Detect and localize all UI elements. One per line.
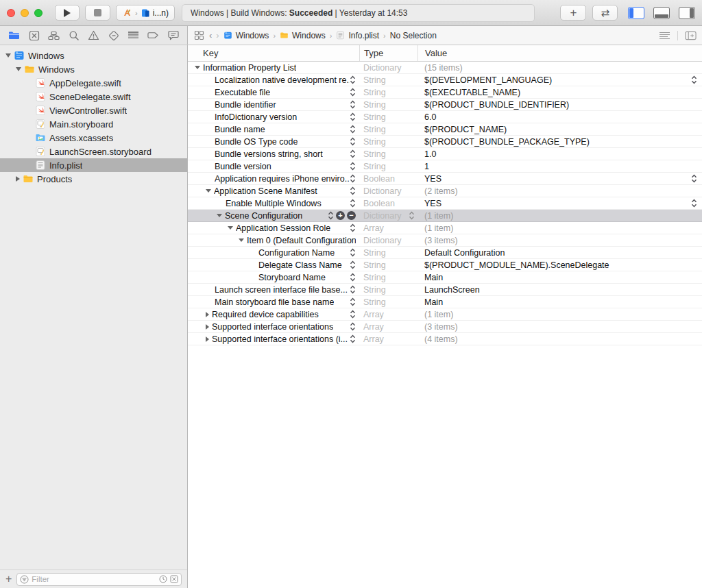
disclosure-open-icon[interactable] bbox=[228, 226, 233, 230]
key-stepper[interactable] bbox=[350, 88, 356, 97]
toggle-inspector-panel-button[interactable] bbox=[679, 7, 695, 19]
toggle-debug-panel-button[interactable] bbox=[653, 7, 670, 19]
key-stepper[interactable] bbox=[350, 75, 356, 84]
sidebar-item-main-storyboard[interactable]: Main.storyboard bbox=[0, 117, 187, 131]
issue-navigator-icon[interactable] bbox=[88, 29, 99, 41]
sidebar-item-scenedelegate-swift[interactable]: SceneDelegate.swift bbox=[0, 90, 187, 103]
key-stepper[interactable] bbox=[350, 273, 356, 282]
find-icon[interactable] bbox=[68, 29, 80, 41]
add-row-button[interactable]: + bbox=[336, 211, 345, 220]
plist-row[interactable]: Item 0 (Default Configuration)Dictionary… bbox=[188, 234, 702, 247]
plist-row[interactable]: Bundle OS Type codeString$(PRODUCT_BUNDL… bbox=[188, 136, 702, 148]
project-navigator-icon[interactable] bbox=[8, 29, 20, 41]
plist-row[interactable]: Bundle identifierString$(PRODUCT_BUNDLE_… bbox=[188, 99, 702, 111]
key-stepper[interactable] bbox=[350, 100, 356, 109]
key-stepper[interactable] bbox=[350, 199, 356, 208]
key-stepper[interactable] bbox=[350, 248, 356, 257]
plist-row[interactable]: Scene Configuration+−Dictionary(1 item) bbox=[188, 210, 702, 222]
add-button[interactable]: + bbox=[560, 5, 586, 21]
run-button[interactable] bbox=[55, 5, 80, 21]
plist-row[interactable]: Bundle versions string, shortString1.0 bbox=[188, 148, 702, 160]
value-stepper[interactable] bbox=[691, 75, 702, 84]
swap-editor-button[interactable]: ⇄ bbox=[592, 5, 618, 21]
sidebar-item-info-plist[interactable]: Info.plist bbox=[0, 158, 187, 172]
symbol-navigator-icon[interactable] bbox=[48, 29, 60, 41]
debug-navigator-icon[interactable] bbox=[128, 29, 139, 41]
zoom-window-button[interactable] bbox=[34, 9, 43, 17]
key-stepper[interactable] bbox=[350, 137, 356, 146]
plist-row[interactable]: Application Session RoleArray(1 item) bbox=[188, 222, 702, 234]
disclosure-closed-icon[interactable] bbox=[206, 312, 209, 317]
key-stepper[interactable] bbox=[350, 174, 356, 183]
test-navigator-icon[interactable] bbox=[108, 29, 119, 41]
plist-row[interactable]: Storyboard NameStringMain bbox=[188, 271, 702, 284]
breadcrumb-item[interactable]: Info.plist bbox=[336, 31, 379, 40]
clear-filter-icon[interactable] bbox=[170, 575, 178, 583]
disclosure-closed-icon[interactable] bbox=[206, 336, 209, 342]
sidebar-item-viewcontroller-swift[interactable]: ViewController.swift bbox=[0, 103, 187, 117]
value-stepper[interactable] bbox=[691, 199, 702, 208]
key-stepper[interactable] bbox=[350, 223, 356, 232]
stop-button[interactable] bbox=[85, 5, 110, 21]
disclosure-open-icon[interactable] bbox=[206, 189, 211, 193]
report-navigator-icon[interactable] bbox=[167, 29, 179, 41]
filter-field[interactable] bbox=[16, 573, 182, 586]
remove-row-button[interactable]: − bbox=[347, 211, 356, 220]
type-stepper[interactable] bbox=[409, 211, 417, 220]
source-control-icon[interactable] bbox=[28, 29, 40, 41]
toggle-navigator-panel-button[interactable] bbox=[628, 7, 644, 19]
disclosure-open-icon[interactable] bbox=[16, 67, 21, 71]
key-stepper[interactable] bbox=[350, 112, 356, 121]
plist-row[interactable]: Application Scene ManifestDictionary(2 i… bbox=[188, 185, 702, 197]
plist-row[interactable]: Enable Multiple WindowsBooleanYES bbox=[188, 197, 702, 210]
plist-row[interactable]: InfoDictionary versionString6.0 bbox=[188, 111, 702, 123]
sidebar-item-launchscreen-storyboard[interactable]: LaunchScreen.storyboard bbox=[0, 145, 187, 158]
sidebar-item-products[interactable]: Products bbox=[0, 172, 187, 186]
plist-row[interactable]: Bundle nameString$(PRODUCT_NAME) bbox=[188, 123, 702, 136]
key-stepper[interactable] bbox=[350, 186, 356, 195]
plist-row[interactable]: Supported interface orientationsArray(3 … bbox=[188, 321, 702, 333]
key-stepper[interactable] bbox=[350, 125, 356, 134]
column-header-value[interactable]: Value bbox=[417, 45, 702, 61]
key-stepper[interactable] bbox=[350, 260, 356, 269]
sidebar-item-windows[interactable]: Windows bbox=[0, 49, 187, 62]
forward-chevron-icon[interactable]: › bbox=[216, 30, 219, 40]
key-stepper[interactable] bbox=[328, 211, 334, 220]
plist-row[interactable]: Bundle versionString1 bbox=[188, 160, 702, 173]
plist-row[interactable]: Launch screen interface file base...Stri… bbox=[188, 284, 702, 296]
back-chevron-icon[interactable]: ‹ bbox=[209, 30, 212, 40]
adjust-editor-icon[interactable] bbox=[659, 29, 670, 41]
plist-row[interactable]: Supported interface orientations (i...Ar… bbox=[188, 333, 702, 345]
breadcrumb-item[interactable]: No Selection bbox=[390, 31, 437, 40]
scheme-selector[interactable]: › i...n) bbox=[116, 5, 175, 21]
filter-input[interactable] bbox=[32, 575, 156, 583]
disclosure-closed-icon[interactable] bbox=[16, 176, 20, 182]
plist-row[interactable]: Main storyboard file base nameStringMain bbox=[188, 296, 702, 308]
key-stepper[interactable] bbox=[350, 297, 356, 306]
disclosure-open-icon[interactable] bbox=[217, 214, 222, 217]
minimize-window-button[interactable] bbox=[21, 9, 29, 17]
breadcrumb-item[interactable]: Windows bbox=[280, 31, 326, 40]
plist-row[interactable]: Configuration NameStringDefault Configur… bbox=[188, 247, 702, 259]
plist-row[interactable]: Application requires iPhone enviro...Boo… bbox=[188, 173, 702, 185]
close-window-button[interactable] bbox=[7, 9, 15, 17]
key-stepper[interactable] bbox=[350, 322, 356, 331]
disclosure-open-icon[interactable] bbox=[5, 53, 11, 58]
breadcrumb-item[interactable]: Windows bbox=[223, 31, 269, 40]
add-editor-icon[interactable] bbox=[685, 29, 697, 41]
key-stepper[interactable] bbox=[350, 310, 356, 319]
value-stepper[interactable] bbox=[691, 174, 702, 183]
sidebar-item-windows[interactable]: Windows bbox=[0, 62, 187, 76]
key-stepper[interactable] bbox=[350, 149, 356, 158]
plist-row[interactable]: Delegate Class NameString$(PRODUCT_MODUL… bbox=[188, 259, 702, 271]
column-header-key[interactable]: Key bbox=[188, 45, 359, 61]
plist-row[interactable]: Information Property ListDictionary(15 i… bbox=[188, 62, 702, 74]
disclosure-open-icon[interactable] bbox=[195, 66, 200, 69]
key-stepper[interactable] bbox=[350, 285, 356, 294]
sidebar-item-assets-xcassets[interactable]: Assets.xcassets bbox=[0, 131, 187, 145]
recents-clock-icon[interactable] bbox=[159, 575, 167, 583]
sidebar-item-appdelegate-swift[interactable]: AppDelegate.swift bbox=[0, 76, 187, 90]
breakpoint-navigator-icon[interactable] bbox=[147, 29, 159, 41]
plist-row[interactable]: Localization native development re...Str… bbox=[188, 74, 702, 86]
key-stepper[interactable] bbox=[350, 162, 356, 171]
